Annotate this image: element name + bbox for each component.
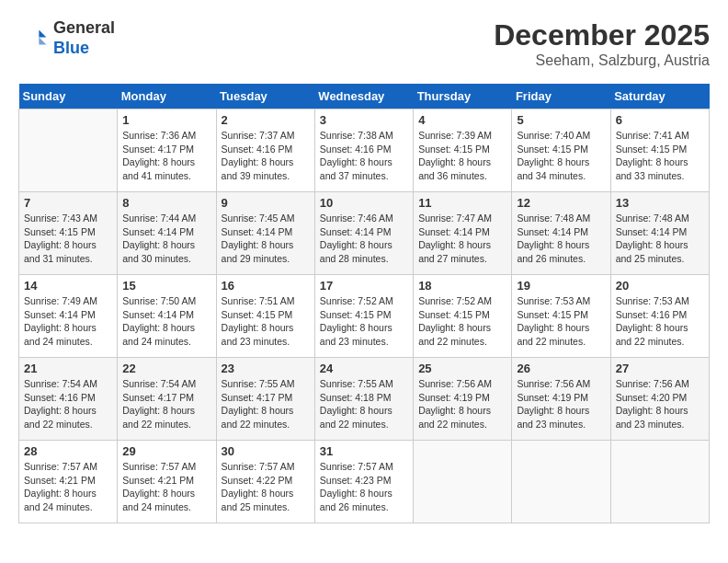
day-number: 21 <box>24 362 112 375</box>
calendar-cell: 19Sunrise: 7:53 AMSunset: 4:15 PMDayligh… <box>512 275 610 358</box>
page-header: General Blue December 2025 Seeham, Salzb… <box>18 18 710 69</box>
day-info: Sunrise: 7:37 AMSunset: 4:16 PMDaylight:… <box>222 129 310 183</box>
title-area: December 2025 Seeham, Salzburg, Austria <box>494 18 710 69</box>
day-info: Sunrise: 7:56 AMSunset: 4:19 PMDaylight:… <box>517 377 605 431</box>
calendar-cell: 30Sunrise: 7:57 AMSunset: 4:22 PMDayligh… <box>216 441 314 523</box>
day-info: Sunrise: 7:57 AMSunset: 4:21 PMDaylight:… <box>122 460 210 514</box>
calendar-cell: 12Sunrise: 7:48 AMSunset: 4:14 PMDayligh… <box>512 192 610 275</box>
calendar-cell <box>610 441 709 523</box>
calendar-week-4: 21Sunrise: 7:54 AMSunset: 4:16 PMDayligh… <box>19 358 710 441</box>
calendar-cell: 1Sunrise: 7:36 AMSunset: 4:17 PMDaylight… <box>118 109 216 192</box>
day-info: Sunrise: 7:54 AMSunset: 4:16 PMDaylight:… <box>24 377 112 431</box>
calendar-cell: 7Sunrise: 7:43 AMSunset: 4:15 PMDaylight… <box>19 192 118 275</box>
header-monday: Monday <box>118 84 216 109</box>
day-info: Sunrise: 7:53 AMSunset: 4:16 PMDaylight:… <box>616 294 704 349</box>
calendar-cell: 4Sunrise: 7:39 AMSunset: 4:15 PMDaylight… <box>414 109 512 192</box>
day-info: Sunrise: 7:41 AMSunset: 4:15 PMDaylight:… <box>616 129 704 183</box>
day-number: 24 <box>320 362 408 375</box>
day-info: Sunrise: 7:49 AMSunset: 4:14 PMDaylight:… <box>24 294 112 349</box>
day-number: 2 <box>222 113 310 127</box>
calendar-cell: 26Sunrise: 7:56 AMSunset: 4:19 PMDayligh… <box>512 358 610 441</box>
calendar-cell: 15Sunrise: 7:50 AMSunset: 4:14 PMDayligh… <box>118 275 216 358</box>
calendar-cell: 29Sunrise: 7:57 AMSunset: 4:21 PMDayligh… <box>118 441 216 523</box>
day-number: 20 <box>616 279 704 293</box>
day-number: 1 <box>122 113 210 127</box>
day-info: Sunrise: 7:55 AMSunset: 4:18 PMDaylight:… <box>320 377 408 431</box>
day-number: 23 <box>222 362 310 375</box>
day-info: Sunrise: 7:56 AMSunset: 4:20 PMDaylight:… <box>616 377 704 431</box>
day-number: 30 <box>222 444 310 458</box>
calendar-cell: 14Sunrise: 7:49 AMSunset: 4:14 PMDayligh… <box>19 275 118 358</box>
day-number: 28 <box>24 444 112 458</box>
day-info: Sunrise: 7:55 AMSunset: 4:17 PMDaylight:… <box>222 377 310 431</box>
calendar-cell <box>414 441 512 523</box>
day-info: Sunrise: 7:43 AMSunset: 4:15 PMDaylight:… <box>24 212 112 266</box>
day-number: 25 <box>418 362 506 375</box>
calendar-cell: 16Sunrise: 7:51 AMSunset: 4:15 PMDayligh… <box>216 275 314 358</box>
day-number: 18 <box>418 279 506 293</box>
day-info: Sunrise: 7:57 AMSunset: 4:22 PMDaylight:… <box>222 460 310 514</box>
day-info: Sunrise: 7:47 AMSunset: 4:14 PMDaylight:… <box>418 212 506 266</box>
day-info: Sunrise: 7:50 AMSunset: 4:14 PMDaylight:… <box>122 294 210 349</box>
calendar-cell: 3Sunrise: 7:38 AMSunset: 4:16 PMDaylight… <box>314 109 413 192</box>
calendar-cell: 18Sunrise: 7:52 AMSunset: 4:15 PMDayligh… <box>414 275 512 358</box>
calendar-cell: 21Sunrise: 7:54 AMSunset: 4:16 PMDayligh… <box>19 358 118 441</box>
logo-text: General Blue <box>53 18 115 58</box>
calendar-table: SundayMondayTuesdayWednesdayThursdayFrid… <box>18 84 710 523</box>
day-info: Sunrise: 7:46 AMSunset: 4:14 PMDaylight:… <box>320 212 408 266</box>
location-subtitle: Seeham, Salzburg, Austria <box>494 52 710 69</box>
day-info: Sunrise: 7:51 AMSunset: 4:15 PMDaylight:… <box>222 294 310 349</box>
calendar-cell: 20Sunrise: 7:53 AMSunset: 4:16 PMDayligh… <box>610 275 709 358</box>
day-number: 15 <box>122 279 210 293</box>
day-info: Sunrise: 7:45 AMSunset: 4:14 PMDaylight:… <box>222 212 310 266</box>
calendar-cell: 9Sunrise: 7:45 AMSunset: 4:14 PMDaylight… <box>216 192 314 275</box>
header-saturday: Saturday <box>610 84 709 109</box>
calendar-cell: 10Sunrise: 7:46 AMSunset: 4:14 PMDayligh… <box>314 192 413 275</box>
day-number: 4 <box>418 113 506 127</box>
calendar-cell <box>19 109 118 192</box>
day-info: Sunrise: 7:57 AMSunset: 4:21 PMDaylight:… <box>24 460 112 514</box>
calendar-week-2: 7Sunrise: 7:43 AMSunset: 4:15 PMDaylight… <box>19 192 710 275</box>
day-info: Sunrise: 7:52 AMSunset: 4:15 PMDaylight:… <box>320 294 408 349</box>
day-info: Sunrise: 7:54 AMSunset: 4:17 PMDaylight:… <box>122 377 210 431</box>
day-number: 19 <box>517 279 605 293</box>
calendar-cell: 6Sunrise: 7:41 AMSunset: 4:15 PMDaylight… <box>610 109 709 192</box>
day-number: 17 <box>320 279 408 293</box>
day-info: Sunrise: 7:53 AMSunset: 4:15 PMDaylight:… <box>517 294 605 349</box>
header-sunday: Sunday <box>19 84 118 109</box>
day-info: Sunrise: 7:36 AMSunset: 4:17 PMDaylight:… <box>122 129 210 183</box>
day-number: 22 <box>122 362 210 375</box>
day-info: Sunrise: 7:56 AMSunset: 4:19 PMDaylight:… <box>418 377 506 431</box>
day-info: Sunrise: 7:44 AMSunset: 4:14 PMDaylight:… <box>122 212 210 266</box>
day-number: 27 <box>616 362 704 375</box>
header-thursday: Thursday <box>414 84 512 109</box>
logo: General Blue <box>18 18 115 58</box>
calendar-week-1: 1Sunrise: 7:36 AMSunset: 4:17 PMDaylight… <box>19 109 710 192</box>
header-friday: Friday <box>512 84 610 109</box>
day-number: 26 <box>517 362 605 375</box>
day-number: 3 <box>320 113 408 127</box>
day-number: 8 <box>122 196 210 210</box>
day-number: 7 <box>24 196 112 210</box>
day-number: 29 <box>122 444 210 458</box>
calendar-cell: 27Sunrise: 7:56 AMSunset: 4:20 PMDayligh… <box>610 358 709 441</box>
logo-icon <box>18 24 48 53</box>
calendar-cell: 8Sunrise: 7:44 AMSunset: 4:14 PMDaylight… <box>118 192 216 275</box>
header-tuesday: Tuesday <box>216 84 314 109</box>
logo-general: General <box>53 18 115 39</box>
day-info: Sunrise: 7:38 AMSunset: 4:16 PMDaylight:… <box>320 129 408 183</box>
calendar-cell: 23Sunrise: 7:55 AMSunset: 4:17 PMDayligh… <box>216 358 314 441</box>
day-number: 14 <box>24 279 112 293</box>
day-number: 12 <box>517 196 605 210</box>
calendar-cell: 31Sunrise: 7:57 AMSunset: 4:23 PMDayligh… <box>314 441 413 523</box>
calendar-header-row: SundayMondayTuesdayWednesdayThursdayFrid… <box>19 84 710 109</box>
day-info: Sunrise: 7:57 AMSunset: 4:23 PMDaylight:… <box>320 460 408 514</box>
day-info: Sunrise: 7:48 AMSunset: 4:14 PMDaylight:… <box>517 212 605 266</box>
month-title: December 2025 <box>494 18 710 52</box>
day-info: Sunrise: 7:40 AMSunset: 4:15 PMDaylight:… <box>517 129 605 183</box>
calendar-week-5: 28Sunrise: 7:57 AMSunset: 4:21 PMDayligh… <box>19 441 710 523</box>
calendar-cell: 24Sunrise: 7:55 AMSunset: 4:18 PMDayligh… <box>314 358 413 441</box>
day-number: 5 <box>517 113 605 127</box>
day-info: Sunrise: 7:48 AMSunset: 4:14 PMDaylight:… <box>616 212 704 266</box>
day-number: 9 <box>222 196 310 210</box>
